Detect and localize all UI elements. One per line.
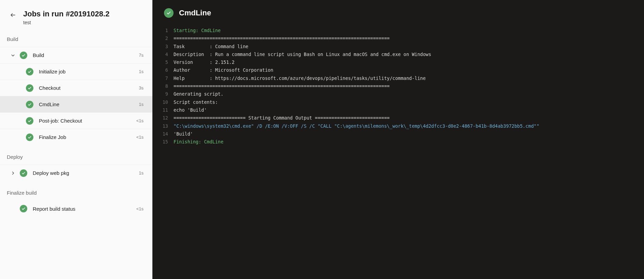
log-line-text: Help : https://docs.microsoft.com/azure/… [174,74,426,82]
step-label: Finalize Job [39,134,66,140]
status-success-icon [164,8,174,18]
log-line-number: 13 [152,122,174,130]
log-line-number: 15 [152,138,174,146]
log-line-number: 14 [152,130,174,138]
status-success-icon [20,169,27,177]
page-subtitle: test [23,20,109,25]
job-row-deploy-web-pkg[interactable]: Deploy web pkg 1s [0,165,152,181]
step-label: Checkout [39,85,60,91]
log-line: 8=======================================… [152,82,644,90]
log-line-number: 11 [152,106,174,114]
log-line-text: ========================== Starting Comm… [174,114,390,122]
log-line-text: Generating script. [174,90,223,98]
back-button[interactable] [8,10,18,20]
status-success-icon [26,84,33,92]
status-success-icon [26,68,33,75]
check-icon [28,102,32,107]
status-success-icon [20,205,27,212]
log-line: 3Task : Command line [152,43,644,51]
log-line-text: ========================================… [174,82,390,90]
log-output[interactable]: 1Starting: CmdLine2=====================… [152,22,644,146]
log-line-number: 3 [152,43,174,51]
log-line-number: 2 [152,34,174,42]
log-line: 9Generating script. [152,90,644,98]
step-row-cmdline[interactable]: CmdLine 1s [0,96,152,112]
log-line-number: 4 [152,51,174,58]
log-line-text: Version : 2.151.2 [174,58,235,66]
check-icon [28,86,32,90]
job-label: Build [33,52,44,58]
step-row-postjob-checkout[interactable]: Post-job: Checkout <1s [0,112,152,129]
log-line: 5Version : 2.151.2 [152,58,644,66]
check-icon [28,70,32,74]
check-icon [28,135,32,139]
log-line-number: 6 [152,66,174,74]
log-line-number: 1 [152,27,174,34]
log-line-text: Starting: CmdLine [174,27,221,34]
log-line: 2=======================================… [152,34,644,42]
log-line: 1Starting: CmdLine [152,27,644,34]
log-line-text: ========================================… [174,34,390,42]
log-line-text: 'Build' [174,130,193,138]
log-line: 12========================== Starting Co… [152,114,644,122]
step-row-report-build-status[interactable]: Report build status <1s [0,200,152,217]
status-success-icon [26,117,33,125]
chevron-down-icon [11,53,15,57]
step-label: Initialize job [39,69,65,74]
expand-toggle-build[interactable] [6,48,20,62]
log-panel-header: CmdLine [152,0,644,22]
step-duration: 1s [139,69,144,74]
stage-label-finalize: Finalize build [0,181,152,200]
log-line-text: echo 'Build' [174,106,207,114]
log-line: 11echo 'Build' [152,106,644,114]
log-line: 10Script contents: [152,98,644,106]
step-duration: 3s [139,85,144,90]
check-icon [21,171,26,175]
status-success-icon [26,101,33,108]
arrow-left-icon [10,12,16,18]
log-line-number: 12 [152,114,174,122]
status-success-icon [20,52,27,59]
step-label: Report build status [33,206,75,212]
check-icon [166,11,171,15]
log-line-text: Author : Microsoft Corporation [174,66,273,74]
log-line-number: 5 [152,58,174,66]
step-duration: <1s [136,206,144,211]
log-line: 13"C:\windows\system32\cmd.exe" /D /E:ON… [152,122,644,130]
job-label: Deploy web pkg [33,170,69,176]
check-icon [21,53,26,57]
step-row-finalize-job[interactable]: Finalize Job <1s [0,129,152,145]
jobs-side-panel: Jobs in run #20191028.2 test Build Build… [0,0,152,279]
log-line: 7Help : https://docs.microsoft.com/azure… [152,74,644,82]
stage-label-build: Build [0,27,152,47]
log-panel: CmdLine 1Starting: CmdLine2=============… [152,0,644,279]
log-line-text: "C:\windows\system32\cmd.exe" /D /E:ON /… [174,122,539,130]
step-row-checkout[interactable]: Checkout 3s [0,80,152,96]
stage-label-deploy: Deploy [0,145,152,165]
panel-header: Jobs in run #20191028.2 test [0,0,152,27]
expand-toggle-deploy[interactable] [6,166,20,180]
status-success-icon [26,134,33,141]
log-line-number: 7 [152,74,174,82]
job-row-build[interactable]: Build 7s [0,47,152,63]
log-line: 14'Build' [152,130,644,138]
log-line-text: Script contents: [174,98,218,106]
log-line-text: Finishing: CmdLine [174,138,223,146]
log-line: 6Author : Microsoft Corporation [152,66,644,74]
step-label: CmdLine [39,101,59,107]
page-title: Jobs in run #20191028.2 [23,10,109,18]
step-duration: <1s [136,118,144,123]
step-row-initialize-job[interactable]: Initialize job 1s [0,63,152,80]
log-line-text: Description : Run a command line script … [174,51,431,58]
check-icon [28,119,32,123]
chevron-right-icon [11,171,15,175]
log-line: 15Finishing: CmdLine [152,138,644,146]
step-duration: 1s [139,102,144,107]
job-duration: 7s [139,53,144,58]
log-panel-title: CmdLine [179,9,211,17]
step-label: Post-job: Checkout [39,118,82,124]
log-line: 4Description : Run a command line script… [152,51,644,58]
log-line-number: 8 [152,82,174,90]
step-duration: <1s [136,135,144,140]
log-line-number: 9 [152,90,174,98]
